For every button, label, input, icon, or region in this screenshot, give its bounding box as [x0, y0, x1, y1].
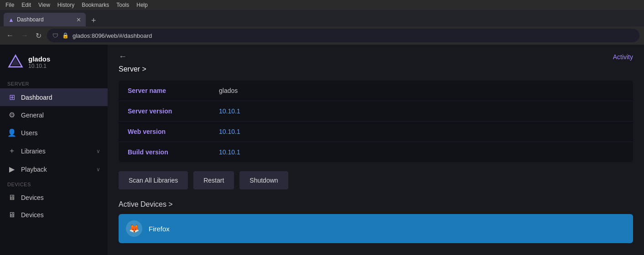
playback-icon: ▶	[7, 165, 16, 173]
menu-history[interactable]: History	[57, 2, 74, 8]
info-row-server-version: Server version 10.10.1	[119, 101, 633, 122]
users-icon: 👤	[7, 128, 16, 137]
sidebar-header: glados 10.10.1	[0, 45, 108, 77]
menu-view[interactable]: View	[38, 2, 50, 8]
tab-title: Dashboard	[17, 16, 44, 23]
content-area: ← Activity Server > Server name glados S…	[108, 45, 644, 255]
sidebar-section-devices: Devices	[0, 178, 108, 189]
menu-tools[interactable]: Tools	[116, 2, 129, 8]
lock-icon: 🔒	[62, 32, 69, 39]
info-row-web-version: Web version 10.10.1	[119, 122, 633, 142]
devices-icon: 🖥	[7, 194, 16, 202]
device-icon: 🦊	[126, 220, 142, 237]
content-header: ← Activity	[108, 45, 644, 65]
devices-icon-2: 🖥	[7, 211, 16, 219]
value-server-version: 10.10.1	[219, 107, 240, 115]
server-info-card: Server name glados Server version 10.10.…	[119, 81, 633, 162]
sidebar-label-libraries: Libraries	[21, 148, 46, 155]
app-logo	[7, 54, 24, 70]
sidebar-item-libraries[interactable]: ＋ Libraries ∨	[0, 142, 108, 160]
main-layout: glados 10.10.1 Server ⊞ Dashboard ⚙ Gene…	[0, 45, 644, 255]
info-row-server-name: Server name glados	[119, 81, 633, 101]
forward-button[interactable]: →	[19, 30, 30, 41]
shutdown-button[interactable]: Shutdown	[239, 171, 288, 189]
sidebar-item-dashboard[interactable]: ⊞ Dashboard	[0, 88, 108, 106]
value-build-version: 10.10.1	[219, 148, 240, 156]
sidebar-item-users[interactable]: 👤 Users	[0, 124, 108, 142]
sidebar-item-devices-2[interactable]: 🖥 Devices	[0, 206, 108, 224]
breadcrumb-server[interactable]: Server >	[119, 65, 146, 73]
sidebar-section-server: Server	[0, 77, 108, 88]
scan-all-libraries-button[interactable]: Scan All Libraries	[119, 171, 188, 189]
breadcrumb: Server >	[108, 65, 644, 81]
device-card-firefox[interactable]: 🦊 Firefox	[119, 214, 633, 243]
firefox-icon: 🦊	[129, 224, 139, 234]
tab-close-button[interactable]: ✕	[76, 17, 81, 23]
menu-file[interactable]: File	[5, 2, 14, 8]
sidebar-item-devices[interactable]: 🖥 Devices	[0, 189, 108, 206]
sidebar-label-devices: Devices	[21, 194, 44, 201]
label-server-version: Server version	[128, 107, 219, 115]
menu-bookmarks[interactable]: Bookmarks	[82, 2, 109, 8]
sidebar-label-general: General	[21, 112, 44, 119]
sidebar-item-general[interactable]: ⚙ General	[0, 106, 108, 124]
browser-nav-bar: ← → ↻ 🛡 🔒 glados:8096/web/#/dashboard	[0, 26, 644, 45]
dashboard-icon: ⊞	[7, 93, 16, 102]
sidebar-server-name: glados	[28, 55, 50, 63]
active-devices-title: Active Devices >	[119, 200, 173, 209]
shield-icon: 🛡	[52, 32, 58, 39]
label-server-name: Server name	[128, 87, 219, 94]
browser-menu-bar: File Edit View History Bookmarks Tools H…	[0, 0, 644, 10]
activity-link[interactable]: Activity	[613, 53, 633, 61]
sidebar-server-version: 10.10.1	[28, 63, 50, 69]
sidebar-label-playback: Playback	[21, 166, 47, 173]
sidebar: glados 10.10.1 Server ⊞ Dashboard ⚙ Gene…	[0, 45, 108, 255]
sidebar-server-info: glados 10.10.1	[28, 55, 50, 69]
sidebar-item-playback[interactable]: ▶ Playback ∨	[0, 160, 108, 178]
browser-tab-bar: ▲ Dashboard ✕ +	[0, 10, 644, 26]
restart-button[interactable]: Restart	[193, 171, 234, 189]
value-server-name: glados	[219, 87, 238, 94]
active-tab[interactable]: ▲ Dashboard ✕	[4, 13, 86, 26]
active-devices-section[interactable]: Active Devices >	[108, 199, 644, 214]
label-web-version: Web version	[128, 128, 219, 135]
chevron-down-icon-playback: ∨	[96, 166, 100, 173]
url-text: glados:8096/web/#/dashboard	[73, 32, 634, 39]
info-row-build-version: Build version 10.10.1	[119, 142, 633, 162]
device-name: Firefox	[149, 225, 170, 233]
action-buttons: Scan All Libraries Restart Shutdown	[108, 162, 644, 199]
back-button[interactable]: ←	[5, 30, 16, 41]
label-build-version: Build version	[128, 148, 219, 156]
sidebar-label-dashboard: Dashboard	[21, 94, 52, 101]
new-tab-button[interactable]: +	[88, 16, 100, 26]
chevron-down-icon: ∨	[96, 148, 100, 154]
libraries-icon: ＋	[7, 146, 16, 156]
sidebar-label-users: Users	[21, 129, 38, 137]
menu-edit[interactable]: Edit	[21, 2, 31, 8]
sidebar-label-devices-2: Devices	[21, 211, 44, 219]
reload-button[interactable]: ↻	[34, 30, 43, 42]
address-bar[interactable]: 🛡 🔒 glados:8096/web/#/dashboard	[47, 29, 639, 42]
value-web-version: 10.10.1	[219, 128, 240, 135]
gear-icon: ⚙	[7, 111, 16, 119]
tab-favicon: ▲	[8, 16, 14, 23]
back-navigation-button[interactable]: ←	[119, 52, 127, 61]
menu-help[interactable]: Help	[136, 2, 148, 8]
